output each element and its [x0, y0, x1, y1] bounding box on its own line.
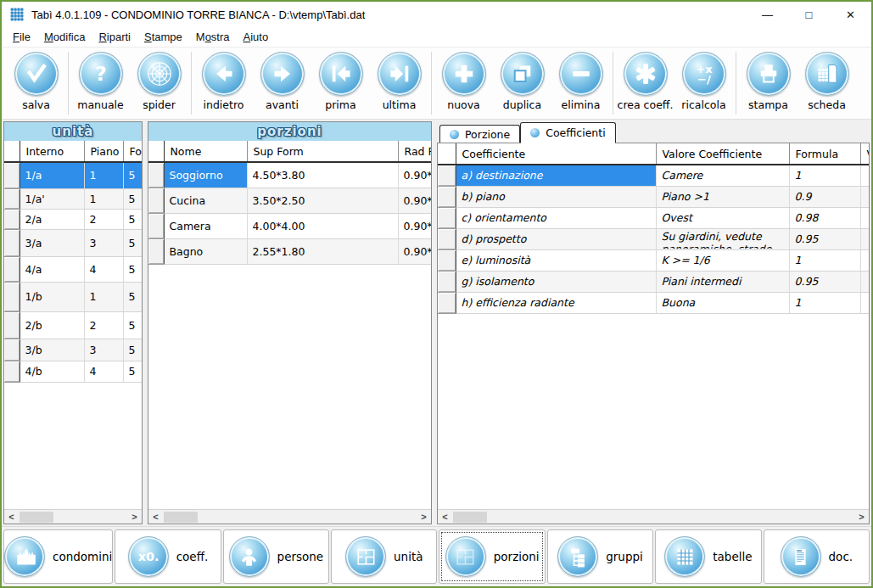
scroll-left-icon[interactable]: < — [148, 510, 163, 524]
cell-piano[interactable]: 1 — [84, 188, 123, 209]
porzioni-row[interactable]: Camera4.00*4.000.90*1 — [148, 213, 431, 238]
porzioni-button[interactable]: porzioni — [439, 529, 545, 584]
row-selector[interactable] — [438, 165, 456, 186]
scroll-right-icon[interactable]: > — [417, 510, 431, 524]
cell-valore[interactable]: Piano >1 — [656, 186, 789, 207]
condomini-button[interactable]: condomini — [3, 529, 113, 584]
cell-v[interactable] — [860, 228, 869, 249]
cell-fo[interactable]: 5 — [123, 282, 142, 311]
unita-row[interactable]: 1/a15 — [4, 162, 142, 188]
menu-riparti[interactable]: Riparti — [92, 29, 137, 45]
cell-interno[interactable]: 1/a — [20, 162, 84, 188]
cell-coefficiente[interactable]: h) efficienza radiante — [456, 292, 656, 313]
cell-interno[interactable]: 2/a — [20, 209, 84, 229]
cell-v[interactable] — [860, 271, 869, 292]
unita-row[interactable]: 4/a45 — [4, 256, 142, 282]
row-selector[interactable] — [4, 256, 20, 282]
cell-rad[interactable]: 0.90*0 — [398, 238, 431, 264]
cell-piano[interactable]: 1 — [84, 162, 123, 188]
nuova-button[interactable]: nuova — [434, 52, 493, 111]
cell-fo[interactable]: 5 — [123, 188, 142, 209]
cell-coefficiente[interactable]: a) destinazione — [456, 165, 656, 186]
cell-coefficiente[interactable]: b) piano — [456, 186, 656, 207]
cell-interno[interactable]: 3/b — [20, 339, 84, 361]
row-selector[interactable] — [4, 229, 20, 256]
cell-nome[interactable]: Bagno — [164, 238, 247, 264]
scheda-button[interactable]: scheda — [797, 52, 856, 111]
coefficiente-row[interactable]: h) efficienza radianteBuona1 — [438, 292, 869, 313]
cell-nome[interactable]: Soggiorno — [164, 162, 247, 188]
unita-row[interactable]: 1/b15 — [4, 282, 142, 311]
cell-interno[interactable]: 1/b — [20, 282, 84, 311]
ultima-button[interactable]: ultima — [370, 52, 428, 111]
row-selector[interactable] — [4, 162, 20, 188]
cell-v[interactable] — [860, 249, 869, 271]
cell-piano[interactable]: 3 — [84, 339, 123, 361]
cell-formula[interactable]: 0.9 — [789, 186, 860, 207]
cell-valore[interactable]: Buona — [656, 292, 789, 313]
scroll-thumb[interactable] — [164, 512, 198, 523]
stampa-button[interactable]: stampa — [739, 52, 797, 111]
cell-interno[interactable]: 2/b — [20, 311, 84, 339]
coefficienti-hscrollbar[interactable]: < > — [438, 509, 869, 524]
ricalcola-button[interactable]: +x−/ ricalcola — [674, 52, 733, 111]
row-selector[interactable] — [148, 188, 164, 213]
row-selector[interactable] — [4, 361, 20, 382]
coefficiente-row[interactable]: d) prospettoSu giardini, vedute panorami… — [438, 228, 869, 249]
row-selector[interactable] — [438, 249, 456, 271]
menu-aiuto[interactable]: Aiuto — [237, 29, 276, 45]
cell-coefficiente[interactable]: g) isolamento — [456, 271, 656, 292]
cell-valore[interactable]: Camere — [656, 165, 789, 186]
gruppi-button[interactable]: gruppi — [547, 529, 653, 584]
cell-v[interactable] — [860, 207, 869, 228]
row-selector[interactable] — [4, 339, 20, 361]
cell-interno[interactable]: 4/a — [20, 256, 84, 282]
scroll-left-icon[interactable]: < — [438, 510, 452, 524]
cell-sup-form[interactable]: 3.50*2.50 — [247, 188, 398, 213]
row-selector[interactable] — [438, 292, 456, 313]
persone-button[interactable]: persone — [223, 529, 329, 584]
porzioni-row[interactable]: Soggiorno4.50*3.800.90*1 — [148, 162, 431, 188]
cell-piano[interactable]: 2 — [84, 209, 123, 229]
close-button[interactable]: ✕ — [830, 2, 871, 27]
maximize-button[interactable]: □ — [788, 2, 830, 27]
row-selector[interactable] — [4, 282, 20, 311]
scroll-left-icon[interactable]: < — [4, 510, 19, 524]
elimina-button[interactable]: elimina — [551, 52, 610, 111]
row-selector[interactable] — [438, 271, 456, 292]
scroll-thumb[interactable] — [20, 512, 53, 523]
menu-file[interactable]: File — [6, 29, 37, 45]
cell-coefficiente[interactable]: c) orientamento — [456, 207, 656, 228]
cell-fo[interactable]: 5 — [123, 361, 142, 382]
porzioni-row[interactable]: Bagno2.55*1.800.90*0 — [148, 238, 431, 264]
tab-coefficienti[interactable]: Coefficienti — [520, 122, 615, 143]
row-selector[interactable] — [4, 188, 20, 209]
cell-sup-form[interactable]: 4.00*4.00 — [247, 213, 398, 238]
cell-piano[interactable]: 4 — [84, 256, 123, 282]
cell-fo[interactable]: 5 — [123, 311, 142, 339]
cell-v[interactable] — [860, 292, 869, 313]
cell-nome[interactable]: Cucina — [164, 188, 247, 213]
cell-coefficiente[interactable]: e) luminosità — [456, 249, 656, 271]
unita-row[interactable]: 2/a25 — [4, 209, 142, 229]
unita-row[interactable]: 3/a35 — [4, 229, 142, 256]
cell-v[interactable] — [860, 186, 869, 207]
indietro-button[interactable]: indietro — [194, 52, 253, 111]
cell-v[interactable] — [860, 165, 869, 186]
cell-fo[interactable]: 5 — [123, 209, 142, 229]
scroll-right-icon[interactable]: > — [127, 510, 142, 524]
cell-fo[interactable]: 5 — [123, 339, 142, 361]
coefficiente-row[interactable]: b) pianoPiano >10.9 — [438, 186, 869, 207]
cell-rad[interactable]: 0.90*1 — [398, 213, 431, 238]
unita-button[interactable]: unità — [331, 529, 437, 584]
tab-porzione[interactable]: Porzione — [439, 125, 520, 143]
prima-button[interactable]: prima — [311, 52, 370, 111]
cell-nome[interactable]: Camera — [164, 213, 247, 238]
row-selector[interactable] — [438, 228, 456, 249]
spider-button[interactable]: spider — [130, 52, 188, 111]
cell-sup-form[interactable]: 2.55*1.80 — [247, 238, 398, 264]
cell-formula[interactable]: 1 — [789, 292, 860, 313]
row-selector[interactable] — [148, 213, 164, 238]
cell-valore[interactable]: Ovest — [656, 207, 789, 228]
manuale-button[interactable]: ? manuale — [71, 52, 130, 111]
